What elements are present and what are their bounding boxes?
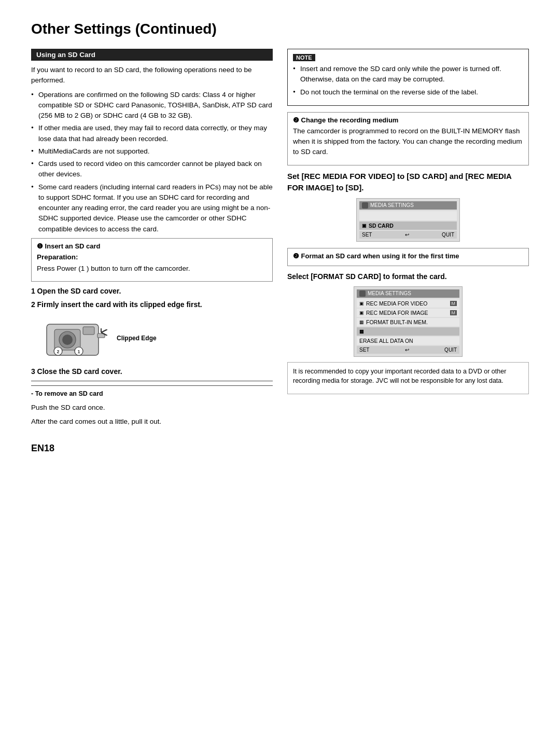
right-column: NOTE Insert and remove the SD card only … xyxy=(287,49,529,454)
screen2-row3: ▦ FORMAT BUILT-IN MEM. xyxy=(357,318,459,326)
screen1-set: SET xyxy=(362,232,372,238)
screen2-row2-badge: M xyxy=(450,310,457,315)
change-medium-section: ❷ Change the recording medium The camcor… xyxy=(287,112,529,165)
svg-rect-5 xyxy=(97,334,105,338)
screen1-title-bar: MEDIA SETTINGS xyxy=(359,201,457,210)
camera-svg: 2 1 xyxy=(41,314,109,360)
screen2-row5: ERASE ALL DATA ON xyxy=(357,337,459,345)
left-column: Using an SD Card If you want to record t… xyxy=(31,49,273,454)
bullet-4: Cards used to record video on this camco… xyxy=(31,159,273,180)
screen2-row5-label: ERASE ALL DATA ON xyxy=(359,338,413,344)
screen-mockup-2: MEDIA SETTINGS ▣ REC MEDIA FOR VIDEO M ▣… xyxy=(354,286,463,357)
change-medium-header: ❷ Change the recording medium xyxy=(293,116,523,124)
step1-number: 1 xyxy=(31,287,35,295)
screen2-title-bar: MEDIA SETTINGS xyxy=(357,289,459,298)
format-section-header: ❷ Format an SD card when using it for th… xyxy=(293,252,523,260)
screen2-set: SET xyxy=(359,347,369,353)
screen1-icon xyxy=(362,202,368,209)
recommend-text: It is recommended to copy your important… xyxy=(293,367,523,386)
screen2-row2: ▣ REC MEDIA FOR IMAGE M xyxy=(357,309,459,317)
remove-card-section: - To remove an SD card Push the SD card … xyxy=(31,385,273,427)
screen1-empty-row xyxy=(359,211,457,220)
note-label: NOTE xyxy=(293,54,315,61)
insert-sd-section: ❶ Insert an SD card Preparation: Press P… xyxy=(31,238,273,282)
recommend-box: It is recommended to copy your important… xyxy=(287,362,529,395)
screen2-row4: ▦ xyxy=(357,327,459,336)
screen1-sdcard-label: SD CARD xyxy=(369,223,394,229)
bullet-2: If other media are used, they may fail t… xyxy=(31,123,273,144)
screen2-row1-label: REC MEDIA FOR VIDEO xyxy=(366,300,427,307)
screen2-icon xyxy=(359,290,366,297)
note-box: NOTE Insert and remove the SD card only … xyxy=(287,49,529,106)
step1-text: Open the SD card cover. xyxy=(37,287,121,295)
change-medium-text: The camcorder is programmed to record on… xyxy=(293,126,523,158)
svg-rect-4 xyxy=(83,327,94,335)
note-bullet-2: Do not touch the terminal on the reverse… xyxy=(293,87,523,98)
screen1-title: MEDIA SETTINGS xyxy=(370,202,414,208)
remove-card-label: - To remove an SD card xyxy=(31,389,273,399)
step3-text: Close the SD card cover. xyxy=(37,367,122,376)
note-bullets: Insert and remove the SD card only while… xyxy=(293,64,523,98)
using-sd-card-header: Using an SD Card xyxy=(31,49,273,61)
screen1-sdcard-row: ▣ SD CARD xyxy=(359,221,457,230)
format-heading: Select [FORMAT SD CARD] to format the ca… xyxy=(287,271,529,282)
remove-line2: After the card comes out a little, pull … xyxy=(31,417,273,427)
step2-text: Firmly insert the card with its clipped … xyxy=(37,300,202,309)
step3-number: 3 xyxy=(31,367,35,376)
screen2-row1-icon: ▣ xyxy=(359,301,364,306)
screen2-footer: SET ↩ QUIT xyxy=(357,346,459,354)
screen2-row3-label: FORMAT BUILT-IN MEM. xyxy=(366,319,428,325)
screen2-row2-label: REC MEDIA FOR IMAGE xyxy=(366,310,428,316)
insert-sd-header: ❶ Insert an SD card xyxy=(37,242,267,250)
note-bullet-1: Insert and remove the SD card only while… xyxy=(293,64,523,85)
clipped-edge-label: Clipped Edge xyxy=(117,335,157,342)
divider xyxy=(31,381,273,381)
svg-text:1: 1 xyxy=(77,349,80,354)
screen2-row3-icon: ▦ xyxy=(359,320,364,325)
screen1-back: ↩ xyxy=(405,232,409,238)
format-section: ❷ Format an SD card when using it for th… xyxy=(287,248,529,266)
prep-text: Press Power (1 ) button to turn off the … xyxy=(37,264,267,274)
svg-point-3 xyxy=(62,335,73,345)
set-recs-heading: Set [REC MEDIA FOR VIDEO] to [SD CARD] a… xyxy=(287,171,529,194)
screen2-quit: QUIT xyxy=(444,347,457,353)
screen-mockup-1: MEDIA SETTINGS ▣ SD CARD SET ↩ QUIT xyxy=(356,198,460,242)
page-number: EN18 xyxy=(31,443,273,454)
step2-block: 2 Firmly insert the card with its clippe… xyxy=(31,300,273,309)
screen2-back: ↩ xyxy=(405,347,409,353)
step1-block: 1 Open the SD card cover. xyxy=(31,287,273,295)
remove-line1: Push the SD card once. xyxy=(31,403,273,413)
screen2-row2-icon: ▣ xyxy=(359,310,364,315)
svg-text:2: 2 xyxy=(57,349,59,354)
step2-number: 2 xyxy=(31,300,35,309)
screen2-row4-icon: ▦ xyxy=(359,329,364,334)
camera-illustration: 2 1 xyxy=(41,314,109,362)
clipped-edge-diagram: 2 1 Clipped Edge xyxy=(41,314,273,362)
prep-label: Preparation: xyxy=(37,252,267,262)
screen2-row1-badge: M xyxy=(450,301,457,306)
screen1-quit: QUIT xyxy=(442,232,454,238)
bullet-1: Operations are confirmed on the followin… xyxy=(31,90,273,121)
screen2-row1: ▣ REC MEDIA FOR VIDEO M xyxy=(357,299,459,308)
bullet-3: MultiMediaCards are not supported. xyxy=(31,146,273,157)
screen1-footer: SET ↩ QUIT xyxy=(359,231,457,239)
page-title: Other Settings (Continued) xyxy=(31,21,529,37)
bullet-5: Some card readers (including internal ca… xyxy=(31,182,273,234)
sd-icon: ▣ xyxy=(362,223,367,228)
screen2-title: MEDIA SETTINGS xyxy=(368,290,411,296)
sd-card-bullets: Operations are confirmed on the followin… xyxy=(31,90,273,234)
intro-text: If you want to record to an SD card, the… xyxy=(31,65,273,86)
step3-block: 3 Close the SD card cover. xyxy=(31,367,273,376)
